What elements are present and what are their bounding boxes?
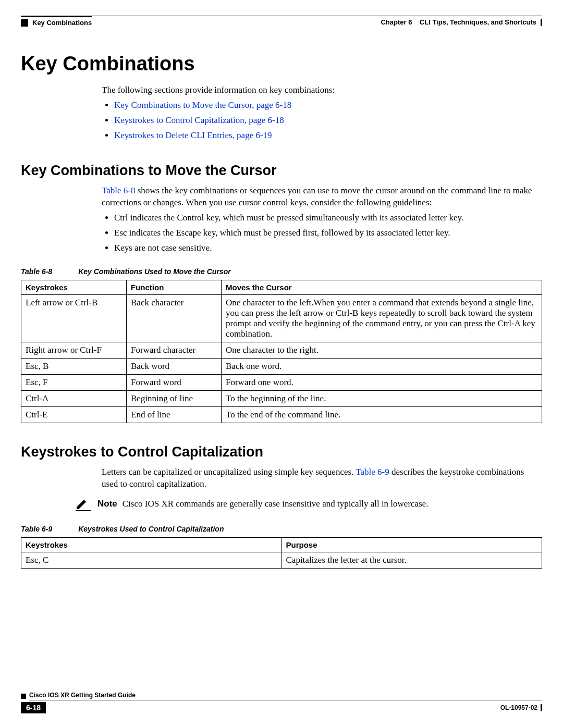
col-header-moves: Moves the Cursor [222, 280, 542, 295]
section2-paragraph-part1: Letters can be capitalized or uncapitali… [102, 467, 356, 477]
table-header-row: Keystrokes Purpose [21, 538, 542, 552]
footer-guide-line: Cisco IOS XR Getting Started Guide [21, 692, 542, 700]
table-cell: Capitalizes the letter at the cursor. [282, 552, 542, 569]
note-label: Note [97, 499, 117, 509]
intro-block: The following sections provide informati… [102, 84, 542, 142]
table-row: Ctrl-EEnd of lineTo the end of the comma… [21, 407, 542, 423]
footer-bar-icon [541, 704, 542, 711]
table-caption-label: Table 6-9 [21, 525, 52, 533]
table-cell: To the end of the command line. [222, 407, 542, 423]
section-heading-capitalization: Keystrokes to Control Capitalization [21, 444, 542, 460]
list-item: Keystrokes to Delete CLI Entries, page 6… [114, 130, 542, 142]
running-header: Key Combinations Chapter 6 CLI Tips, Tec… [21, 16, 542, 27]
table-cell: Back character [127, 295, 222, 342]
table-ref-link[interactable]: Table 6-9 [356, 467, 389, 477]
page-number: 6-18 [21, 702, 46, 713]
table-6-8: Keystrokes Function Moves the Cursor Lef… [21, 280, 542, 423]
section1-paragraph: Table 6-8 shows the key combinations or … [102, 185, 542, 209]
table-caption-label: Table 6-8 [21, 267, 52, 276]
footer-guide-title: Cisco IOS XR Getting Started Guide [29, 692, 542, 700]
col-header-function: Function [127, 280, 222, 295]
table-cell: Esc, B [21, 359, 127, 375]
table-cell: Forward character [127, 342, 222, 359]
section2-body: Letters can be capitalized or uncapitali… [102, 466, 542, 490]
toc-link[interactable]: Keystrokes to Control Capitalization, pa… [114, 115, 284, 125]
list-item: Keys are not case sensitive. [114, 242, 542, 254]
header-marker-icon [21, 19, 28, 27]
document-page: Key Combinations Chapter 6 CLI Tips, Tec… [0, 0, 563, 728]
list-item: Esc indicates the Escape key, which must… [114, 227, 542, 239]
table-cell: Right arrow or Ctrl-F [21, 342, 127, 359]
col-header-keystrokes: Keystrokes [21, 280, 127, 295]
table-row: Ctrl-ABeginning of lineTo the beginning … [21, 391, 542, 407]
table-cell: To the beginning of the line. [222, 391, 542, 407]
running-header-left: Key Combinations [21, 16, 92, 27]
running-header-section: Key Combinations [32, 19, 92, 27]
toc-link[interactable]: Key Combinations to Move the Cursor, pag… [114, 100, 291, 110]
col-header-keystrokes: Keystrokes [21, 538, 282, 552]
table-cell: Beginning of line [127, 391, 222, 407]
running-header-title: CLI Tips, Techniques, and Shortcuts [420, 18, 536, 26]
table-row: Right arrow or Ctrl-FForward characterOn… [21, 342, 542, 359]
col-header-purpose: Purpose [282, 538, 542, 552]
table-cell: Ctrl-A [21, 391, 127, 407]
list-item: Ctrl indicates the Control key, which mu… [114, 212, 542, 224]
table-cell: Back word [127, 359, 222, 375]
table-row: Esc, CCapitalizes the letter at the curs… [21, 552, 542, 569]
table-row: Esc, FForward wordForward one word. [21, 375, 542, 391]
page-footer: Cisco IOS XR Getting Started Guide 6-18 … [21, 692, 542, 713]
table-cell: Forward one word. [222, 375, 542, 391]
list-item: Key Combinations to Move the Cursor, pag… [114, 100, 542, 112]
section1-body: Table 6-8 shows the key combinations or … [102, 185, 542, 254]
table-cell: Left arrow or Ctrl-B [21, 295, 127, 342]
table-6-8-caption: Table 6-8Key Combinations Used to Move t… [21, 267, 542, 276]
toc-list: Key Combinations to Move the Cursor, pag… [102, 100, 542, 142]
guidelines-list: Ctrl indicates the Control key, which mu… [102, 212, 542, 254]
table-6-9: Keystrokes Purpose Esc, CCapitalizes the… [21, 537, 542, 569]
section1-paragraph-cont: shows the key combinations or sequences … [102, 186, 532, 207]
section2-paragraph: Letters can be capitalized or uncapitali… [102, 466, 542, 490]
table-cell: Back one word. [222, 359, 542, 375]
table-caption-title: Keystrokes Used to Control Capitalizatio… [78, 525, 224, 533]
note-block: Note Cisco IOS XR commands are generally… [76, 499, 542, 511]
document-id-text: OL-10957-02 [500, 704, 537, 711]
intro-text: The following sections provide informati… [102, 84, 542, 96]
section-heading-move-cursor: Key Combinations to Move the Cursor [21, 163, 542, 179]
table-header-row: Keystrokes Function Moves the Cursor [21, 280, 542, 295]
table-cell: Ctrl-E [21, 407, 127, 423]
running-header-chapter: Chapter 6 [381, 18, 412, 26]
table-ref-link[interactable]: Table 6-8 [102, 186, 135, 195]
running-header-right: Chapter 6 CLI Tips, Techniques, and Shor… [92, 16, 542, 27]
table-cell: Esc, F [21, 375, 127, 391]
header-bar-icon [541, 19, 542, 26]
note-icon [76, 499, 93, 511]
note-text: Cisco IOS XR commands are generally case… [123, 499, 542, 509]
page-title: Key Combinations [21, 53, 542, 75]
table-cell: One character to the left.When you enter… [222, 295, 542, 342]
footer-bottom-row: 6-18 OL-10957-02 [21, 702, 542, 713]
table-cell: One character to the right. [222, 342, 542, 359]
table-cell: Esc, C [21, 552, 282, 569]
table-row: Left arrow or Ctrl-BBack characterOne ch… [21, 295, 542, 342]
toc-link[interactable]: Keystrokes to Delete CLI Entries, page 6… [114, 130, 272, 140]
table-caption-title: Key Combinations Used to Move the Cursor [78, 267, 230, 276]
table-cell: End of line [127, 407, 222, 423]
table-cell: Forward word [127, 375, 222, 391]
list-item: Keystrokes to Control Capitalization, pa… [114, 115, 542, 127]
table-6-9-caption: Table 6-9Keystrokes Used to Control Capi… [21, 525, 542, 533]
table-row: Esc, BBack wordBack one word. [21, 359, 542, 375]
footer-marker-icon [21, 694, 26, 699]
document-id: OL-10957-02 [500, 704, 542, 711]
